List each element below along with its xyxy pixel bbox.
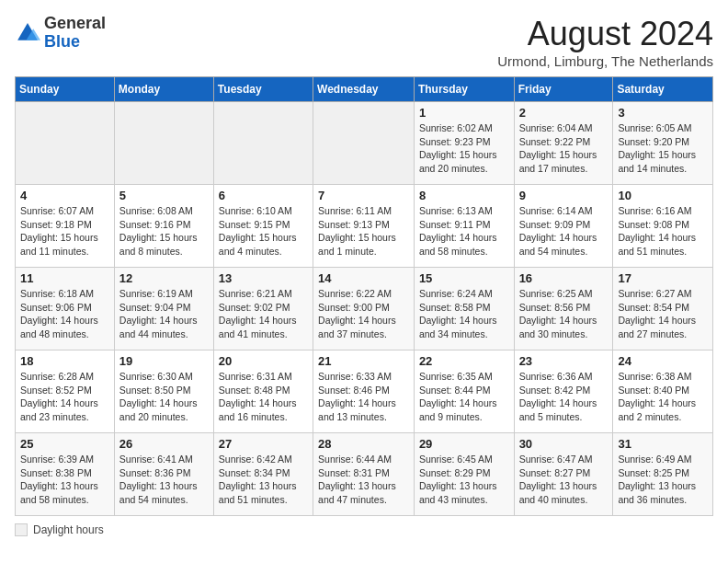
day-number: 14	[318, 271, 409, 285]
calendar-day-header: Sunday	[16, 77, 115, 102]
day-info: Sunrise: 6:14 AM Sunset: 9:09 PM Dayligh…	[519, 204, 609, 259]
logo-general: General	[44, 14, 106, 32]
calendar-cell: 31Sunrise: 6:49 AM Sunset: 8:25 PM Dayli…	[613, 433, 713, 516]
day-number: 23	[519, 354, 609, 368]
calendar-cell	[313, 102, 415, 185]
calendar-cell: 10Sunrise: 6:16 AM Sunset: 9:08 PM Dayli…	[613, 185, 713, 268]
day-number: 6	[219, 189, 308, 202]
day-info: Sunrise: 6:24 AM Sunset: 8:58 PM Dayligh…	[419, 287, 509, 341]
day-number: 17	[618, 271, 708, 285]
day-number: 31	[618, 437, 708, 451]
calendar-cell: 29Sunrise: 6:45 AM Sunset: 8:29 PM Dayli…	[414, 433, 514, 516]
month-year-title: August 2024	[497, 15, 713, 53]
calendar-day-header: Friday	[514, 77, 613, 102]
day-number: 19	[119, 354, 209, 368]
calendar-header-row: SundayMondayTuesdayWednesdayThursdayFrid…	[16, 77, 713, 102]
day-info: Sunrise: 6:49 AM Sunset: 8:25 PM Dayligh…	[618, 453, 708, 507]
logo: General Blue	[15, 15, 106, 52]
calendar-week-row: 4Sunrise: 6:07 AM Sunset: 9:18 PM Daylig…	[16, 185, 713, 268]
day-number: 16	[519, 271, 609, 285]
day-number: 29	[419, 437, 509, 451]
calendar-cell: 7Sunrise: 6:11 AM Sunset: 9:13 PM Daylig…	[313, 185, 415, 268]
day-number: 22	[419, 354, 509, 368]
day-info: Sunrise: 6:28 AM Sunset: 8:52 PM Dayligh…	[20, 370, 109, 424]
calendar-cell: 18Sunrise: 6:28 AM Sunset: 8:52 PM Dayli…	[16, 350, 115, 433]
calendar-cell: 30Sunrise: 6:47 AM Sunset: 8:27 PM Dayli…	[514, 433, 613, 516]
day-info: Sunrise: 6:38 AM Sunset: 8:40 PM Dayligh…	[618, 370, 708, 424]
calendar-cell: 6Sunrise: 6:10 AM Sunset: 9:15 PM Daylig…	[213, 185, 313, 268]
legend-box-icon	[15, 523, 28, 536]
calendar-cell: 24Sunrise: 6:38 AM Sunset: 8:40 PM Dayli…	[613, 350, 713, 433]
calendar-cell: 11Sunrise: 6:18 AM Sunset: 9:06 PM Dayli…	[16, 268, 115, 350]
legend-label: Daylight hours	[33, 523, 104, 536]
day-info: Sunrise: 6:39 AM Sunset: 8:38 PM Dayligh…	[20, 453, 109, 507]
day-info: Sunrise: 6:10 AM Sunset: 9:15 PM Dayligh…	[219, 204, 308, 259]
calendar-week-row: 11Sunrise: 6:18 AM Sunset: 9:06 PM Dayli…	[16, 268, 713, 350]
day-info: Sunrise: 6:05 AM Sunset: 9:20 PM Dayligh…	[618, 121, 708, 176]
day-number: 30	[519, 437, 609, 451]
day-number: 4	[20, 189, 109, 202]
page-header: General Blue August 2024 Urmond, Limburg…	[15, 15, 713, 69]
day-info: Sunrise: 6:07 AM Sunset: 9:18 PM Dayligh…	[20, 204, 109, 259]
calendar-week-row: 1Sunrise: 6:02 AM Sunset: 9:23 PM Daylig…	[16, 102, 713, 185]
day-info: Sunrise: 6:42 AM Sunset: 8:34 PM Dayligh…	[219, 453, 308, 507]
day-number: 1	[419, 106, 509, 120]
day-info: Sunrise: 6:21 AM Sunset: 9:02 PM Dayligh…	[219, 287, 308, 341]
title-area: August 2024 Urmond, Limburg, The Netherl…	[497, 15, 713, 69]
calendar-cell: 4Sunrise: 6:07 AM Sunset: 9:18 PM Daylig…	[16, 185, 115, 268]
day-number: 10	[618, 189, 708, 202]
day-number: 27	[219, 437, 308, 451]
day-info: Sunrise: 6:30 AM Sunset: 8:50 PM Dayligh…	[119, 370, 209, 424]
calendar-cell: 5Sunrise: 6:08 AM Sunset: 9:16 PM Daylig…	[114, 185, 213, 268]
day-number: 26	[119, 437, 209, 451]
calendar-cell: 25Sunrise: 6:39 AM Sunset: 8:38 PM Dayli…	[16, 433, 115, 516]
day-info: Sunrise: 6:08 AM Sunset: 9:16 PM Dayligh…	[119, 204, 209, 259]
day-info: Sunrise: 6:41 AM Sunset: 8:36 PM Dayligh…	[119, 453, 209, 507]
day-info: Sunrise: 6:25 AM Sunset: 8:56 PM Dayligh…	[519, 287, 609, 341]
day-info: Sunrise: 6:45 AM Sunset: 8:29 PM Dayligh…	[419, 453, 509, 507]
day-info: Sunrise: 6:18 AM Sunset: 9:06 PM Dayligh…	[20, 287, 109, 341]
location-subtitle: Urmond, Limburg, The Netherlands	[497, 53, 713, 69]
calendar-cell: 8Sunrise: 6:13 AM Sunset: 9:11 PM Daylig…	[414, 185, 514, 268]
calendar-cell: 3Sunrise: 6:05 AM Sunset: 9:20 PM Daylig…	[613, 102, 713, 185]
day-number: 9	[519, 189, 609, 202]
day-info: Sunrise: 6:19 AM Sunset: 9:04 PM Dayligh…	[119, 287, 209, 341]
logo-blue: Blue	[44, 32, 80, 51]
day-info: Sunrise: 6:16 AM Sunset: 9:08 PM Dayligh…	[618, 204, 708, 259]
calendar-cell: 16Sunrise: 6:25 AM Sunset: 8:56 PM Dayli…	[514, 268, 613, 350]
day-number: 24	[618, 354, 708, 368]
calendar-cell: 13Sunrise: 6:21 AM Sunset: 9:02 PM Dayli…	[213, 268, 313, 350]
day-number: 3	[618, 106, 708, 120]
day-info: Sunrise: 6:22 AM Sunset: 9:00 PM Dayligh…	[318, 287, 409, 341]
logo-text: General Blue	[44, 15, 106, 52]
day-info: Sunrise: 6:47 AM Sunset: 8:27 PM Dayligh…	[519, 453, 609, 507]
calendar-cell: 26Sunrise: 6:41 AM Sunset: 8:36 PM Dayli…	[114, 433, 213, 516]
day-info: Sunrise: 6:31 AM Sunset: 8:48 PM Dayligh…	[219, 370, 308, 424]
day-number: 8	[419, 189, 509, 202]
calendar-cell: 14Sunrise: 6:22 AM Sunset: 9:00 PM Dayli…	[313, 268, 415, 350]
calendar-week-row: 25Sunrise: 6:39 AM Sunset: 8:38 PM Dayli…	[16, 433, 713, 516]
day-number: 13	[219, 271, 308, 285]
day-info: Sunrise: 6:02 AM Sunset: 9:23 PM Dayligh…	[419, 121, 509, 176]
day-info: Sunrise: 6:33 AM Sunset: 8:46 PM Dayligh…	[318, 370, 409, 424]
day-info: Sunrise: 6:13 AM Sunset: 9:11 PM Dayligh…	[419, 204, 509, 259]
day-number: 2	[519, 106, 609, 120]
calendar-day-header: Tuesday	[213, 77, 313, 102]
calendar-cell: 23Sunrise: 6:36 AM Sunset: 8:42 PM Dayli…	[514, 350, 613, 433]
day-info: Sunrise: 6:36 AM Sunset: 8:42 PM Dayligh…	[519, 370, 609, 424]
day-number: 25	[20, 437, 109, 451]
day-info: Sunrise: 6:11 AM Sunset: 9:13 PM Dayligh…	[318, 204, 409, 259]
calendar-week-row: 18Sunrise: 6:28 AM Sunset: 8:52 PM Dayli…	[16, 350, 713, 433]
calendar-cell: 19Sunrise: 6:30 AM Sunset: 8:50 PM Dayli…	[114, 350, 213, 433]
day-number: 20	[219, 354, 308, 368]
day-number: 11	[20, 271, 109, 285]
calendar-day-header: Wednesday	[313, 77, 415, 102]
day-number: 12	[119, 271, 209, 285]
calendar-day-header: Saturday	[613, 77, 713, 102]
day-info: Sunrise: 6:04 AM Sunset: 9:22 PM Dayligh…	[519, 121, 609, 176]
calendar-cell	[114, 102, 213, 185]
day-number: 7	[318, 189, 409, 202]
calendar-day-header: Thursday	[414, 77, 514, 102]
calendar-table: SundayMondayTuesdayWednesdayThursdayFrid…	[15, 76, 713, 516]
day-number: 15	[419, 271, 509, 285]
